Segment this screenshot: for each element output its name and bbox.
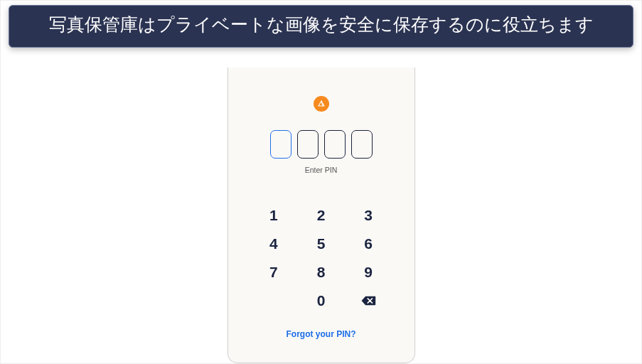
pin-digit-3[interactable]	[324, 130, 346, 159]
keypad-7[interactable]: 7	[250, 259, 298, 285]
keypad-0[interactable]: 0	[297, 288, 345, 314]
keypad-4[interactable]: 4	[250, 231, 298, 257]
enter-pin-label: Enter PIN	[305, 166, 338, 174]
pin-digit-2[interactable]	[297, 130, 319, 159]
keypad-3[interactable]: 3	[345, 203, 392, 228]
keypad-1[interactable]: 1	[250, 203, 298, 228]
keypad-2[interactable]: 2	[297, 203, 345, 228]
app-logo-icon	[314, 96, 329, 112]
backspace-icon[interactable]	[345, 288, 392, 314]
keypad-9[interactable]: 9	[345, 259, 392, 285]
keypad-6[interactable]: 6	[345, 231, 392, 257]
keypad-8[interactable]: 8	[297, 259, 345, 285]
phone-frame: Enter PIN 1 2 3 4 5 6 7 8 9 0 Forgot you…	[228, 68, 415, 363]
numeric-keypad: 1 2 3 4 5 6 7 8 9 0	[250, 203, 392, 314]
info-banner: 写真保管庫はプライベートな画像を安全に保存するのに役立ちます	[9, 5, 633, 48]
pin-input-group	[270, 130, 373, 159]
forgot-pin-link[interactable]: Forgot your PIN?	[287, 329, 356, 339]
keypad-empty	[250, 288, 298, 314]
pin-digit-4[interactable]	[351, 130, 373, 159]
info-banner-text: 写真保管庫はプライベートな画像を安全に保存するのに役立ちます	[49, 14, 594, 34]
keypad-5[interactable]: 5	[297, 231, 345, 257]
pin-digit-1[interactable]	[270, 130, 291, 159]
